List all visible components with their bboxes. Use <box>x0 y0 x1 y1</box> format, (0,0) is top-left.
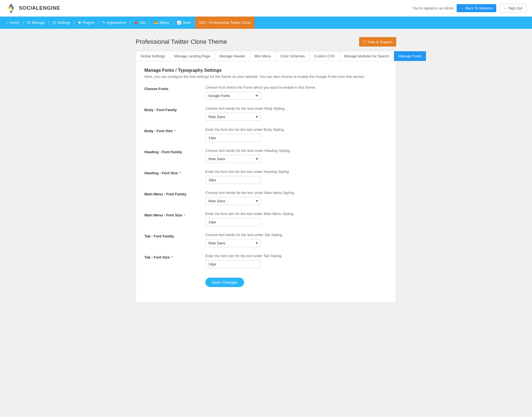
help-support-button[interactable]: ⓘ Help & Support <box>359 37 396 47</box>
tab-color-schemes[interactable]: Color Schemes <box>276 51 310 61</box>
back-to-network-button[interactable]: ← Back To Network <box>457 4 496 12</box>
nav-ads[interactable]: 📣 Ads <box>131 17 149 29</box>
label-col-tab-font-size: Tab - Font Size * <box>144 254 205 259</box>
form-row-tab-font-size: Tab - Font Size * Enter the font size fo… <box>144 254 388 268</box>
tab-custom-css[interactable]: Custom CSS <box>310 51 339 61</box>
form-row-body-font-family: Body - Font Family Choose font family fo… <box>144 106 388 121</box>
input-tab-font-size[interactable] <box>205 260 261 268</box>
nav-appearance-label: Appearance <box>107 17 126 29</box>
label-heading-font-family: Heading - Font Family <box>144 150 182 154</box>
nav-stats[interactable]: 📈 Stats <box>173 17 194 29</box>
back-to-network-label: Back To Network <box>466 6 492 10</box>
label-col-main-menu-font-family: Main Menu - Font Family <box>144 191 205 196</box>
label-col-heading-font-size: Heading - Font Size * <box>144 170 205 175</box>
nav-billing-label: Billing <box>160 17 169 29</box>
label-col-main-menu-font-size: Main Menu - Font Size * <box>144 212 205 217</box>
form-row-main-menu-font-size: Main Menu - Font Size * Enter the font s… <box>144 212 388 226</box>
save-changes-button[interactable]: Save Changes <box>205 278 244 287</box>
tab-manage-landing-page[interactable]: Manage Landing Page <box>170 51 215 61</box>
nav-ses-twitter[interactable]: SES - Professional Twitter Clone <box>195 17 254 29</box>
sign-out-label: Sign Out <box>508 6 522 10</box>
page-title-row: Professional Twitter Clone Theme ⓘ Help … <box>136 37 396 47</box>
nav-manage-label: Manage <box>32 17 45 29</box>
label-col-choose-fonts: Choose Fonts <box>144 85 205 91</box>
nav-plugins[interactable]: ✚ Plugins <box>75 17 98 29</box>
logo-icon <box>6 3 17 14</box>
label-choose-fonts: Choose Fonts <box>144 87 168 91</box>
select-tab-font-family[interactable]: Noto Sans Roboto Open Sans Lato <box>205 239 261 247</box>
label-col-body-font-family: Body - Font Family <box>144 106 205 112</box>
section-title: Manage Fonts / Typography Settings <box>144 68 388 73</box>
desc-main-menu-font-size: Enter the font size for the text under M… <box>205 212 388 216</box>
nav-billing[interactable]: 💳 Billing <box>150 17 173 29</box>
sign-out-icon: → <box>503 6 507 10</box>
field-col-main-menu-font-family: Choose font family for the text under Ma… <box>205 191 388 205</box>
help-label: Help & Support <box>368 40 392 44</box>
nav-home[interactable]: ⌂ Home <box>3 17 23 29</box>
form-row-main-menu-font-family: Main Menu - Font Family Choose font fami… <box>144 191 388 205</box>
tab-mini-menu[interactable]: Mini Menu <box>250 51 276 61</box>
header-right: You're signed-in as Admin ← Back To Netw… <box>413 4 526 12</box>
label-tab-font-size: Tab - Font Size * <box>144 255 173 259</box>
desc-body-font-size: Enter the font size for the text under B… <box>205 127 388 132</box>
svg-marker-4 <box>10 11 12 13</box>
billing-icon: 💳 <box>154 17 158 29</box>
field-col-heading-font-size: Enter the font size for the text under H… <box>205 170 388 184</box>
desc-body-font-family: Choose font family for the text under Bo… <box>205 106 388 111</box>
help-icon: ⓘ <box>363 39 367 44</box>
nav-home-label: Home <box>10 17 19 29</box>
plugins-icon: ✚ <box>78 17 81 29</box>
select-heading-font-family[interactable]: Noto Sans Roboto Open Sans Lato <box>205 155 261 163</box>
nav-manage[interactable]: ⚙ Manage <box>24 17 48 29</box>
sign-out-button[interactable]: → Sign Out <box>499 4 526 12</box>
form-row-heading-font-family: Heading - Font Family Choose font family… <box>144 149 388 163</box>
nav-plugins-label: Plugins <box>83 17 94 29</box>
desc-heading-font-size: Enter the font size for the text under H… <box>205 170 388 174</box>
tab-manage-fonts[interactable]: Manage Fonts <box>394 51 426 61</box>
field-col-body-font-size: Enter the font size for the text under B… <box>205 127 388 142</box>
nav-ses-twitter-label: SES - Professional Twitter Clone <box>199 17 251 29</box>
save-label-spacer <box>144 275 205 276</box>
signed-in-text: You're signed-in as Admin <box>413 6 454 10</box>
form-row-body-font-size: Body - Font Size * Enter the font size f… <box>144 127 388 142</box>
home-icon: ⌂ <box>6 17 8 29</box>
tab-manage-modules-search[interactable]: Manage Modules for Search <box>339 51 394 61</box>
desc-choose-fonts: Choose from below the Fonts which you wa… <box>205 85 388 89</box>
input-main-menu-font-size[interactable] <box>205 218 261 226</box>
nav-settings[interactable]: ☰ Settings <box>49 17 74 29</box>
stats-icon: 📈 <box>177 17 181 29</box>
required-star-heading-size: * <box>178 171 181 175</box>
input-body-font-size[interactable] <box>205 134 261 142</box>
tab-global-settings[interactable]: Global Settings <box>136 51 170 61</box>
desc-tab-font-family: Choose font family for the text under Ta… <box>205 233 388 237</box>
required-star-body-size: * <box>173 129 176 133</box>
desc-tab-font-size: Enter the font size for the text under T… <box>205 254 388 258</box>
form-row-heading-font-size: Heading - Font Size * Enter the font siz… <box>144 170 388 184</box>
back-icon: ← <box>461 6 464 10</box>
nav-ads-label: Ads <box>140 17 146 29</box>
appearance-icon: ✎ <box>102 17 105 29</box>
select-body-font-family[interactable]: Noto Sans Roboto Open Sans Lato <box>205 113 261 121</box>
label-heading-font-size: Heading - Font Size * <box>144 171 181 175</box>
label-body-font-family: Body - Font Family <box>144 108 177 112</box>
top-header: SOCIALENGINE You're signed-in as Admin ←… <box>0 0 532 17</box>
label-col-tab-font-family: Tab - Font Family <box>144 233 205 238</box>
form-row-tab-font-family: Tab - Font Family Choose font family for… <box>144 233 388 247</box>
page-title: Professional Twitter Clone Theme <box>136 38 227 45</box>
label-main-menu-font-size: Main Menu - Font Size * <box>144 213 185 217</box>
form-row-choose-fonts: Choose Fonts Choose from below the Fonts… <box>144 85 388 100</box>
input-heading-font-size[interactable] <box>205 176 261 184</box>
field-col-body-font-family: Choose font family for the text under Bo… <box>205 106 388 121</box>
label-col-body-font-size: Body - Font Size * <box>144 127 205 133</box>
label-col-heading-font-family: Heading - Font Family <box>144 149 205 154</box>
select-choose-fonts[interactable]: Google Fonts System Fonts <box>205 92 261 100</box>
label-main-menu-font-family: Main Menu - Font Family <box>144 192 186 196</box>
settings-icon: ☰ <box>53 17 56 29</box>
nav-appearance[interactable]: ✎ Appearance <box>99 17 129 29</box>
tab-manage-header[interactable]: Manage Header <box>215 51 250 61</box>
manage-icon: ⚙ <box>27 17 30 29</box>
tabs-container: Global Settings Manage Landing Page Mana… <box>136 51 396 61</box>
select-main-menu-font-family[interactable]: Noto Sans Roboto Open Sans Lato <box>205 197 261 205</box>
field-col-choose-fonts: Choose from below the Fonts which you wa… <box>205 85 388 100</box>
desc-main-menu-font-family: Choose font family for the text under Ma… <box>205 191 388 195</box>
